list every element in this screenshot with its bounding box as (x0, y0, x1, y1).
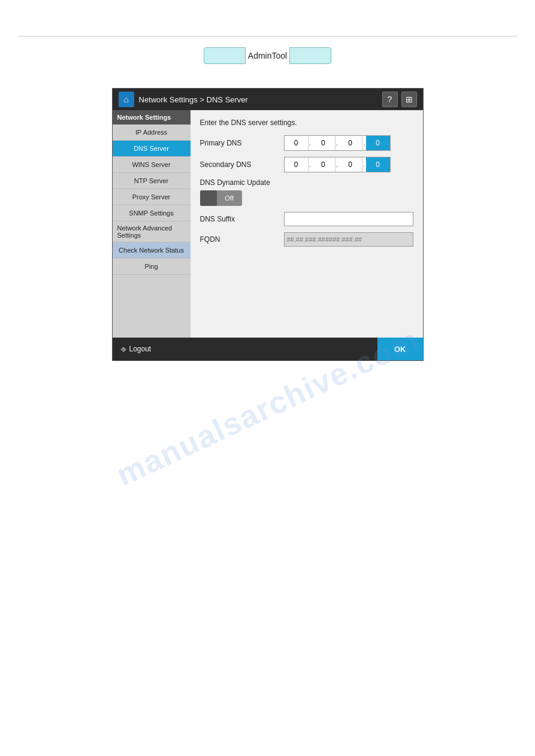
dialog-wrapper: ⌂ Network Settings > DNS Server ? ⊞ Netw… (0, 88, 535, 361)
sidebar-item-check-network-status[interactable]: Check Network Status (113, 242, 191, 259)
logout-icon: ⎆ (121, 344, 126, 354)
sidebar-item-wins-server[interactable]: WINS Server (113, 157, 191, 173)
main-content: Enter the DNS server settings. Primary D… (191, 110, 423, 338)
grid-icon: ⊞ (406, 95, 413, 104)
help-icon-btn[interactable]: ? (382, 92, 398, 107)
primary-dns-label: Primary DNS (200, 139, 284, 147)
dns-suffix-input[interactable] (284, 212, 413, 226)
sidebar-item-proxy-server[interactable]: Proxy Server (113, 189, 191, 205)
sidebar-item-ping[interactable]: Ping (113, 259, 191, 275)
admintool-bar: AdminTool (0, 47, 535, 64)
dns-suffix-row: DNS Suffix (200, 212, 413, 226)
dialog-titlebar: ⌂ Network Settings > DNS Server ? ⊞ (113, 89, 423, 110)
sidebar-item-ip-address[interactable]: IP Address (113, 125, 191, 141)
admintool-label: AdminTool (246, 47, 289, 64)
sidebar-header: Network Settings (113, 110, 191, 125)
secondary-dns-row: Secondary DNS . . . (200, 157, 413, 172)
toggle-state-text: Off (217, 195, 242, 202)
primary-dns-octet-1[interactable] (285, 136, 309, 150)
secondary-dns-octet-3[interactable] (338, 157, 362, 172)
dialog-titlebar-left: ⌂ Network Settings > DNS Server (119, 92, 248, 107)
fqdn-row: FQDN (200, 232, 413, 247)
dialog-titlebar-right: ? ⊞ (382, 92, 417, 107)
secondary-dns-input-group: . . . (284, 157, 391, 172)
breadcrumb-title: Network Settings > DNS Server (139, 95, 248, 104)
secondary-dns-label: Secondary DNS (200, 160, 284, 169)
grid-icon-btn[interactable]: ⊞ (401, 92, 417, 107)
sidebar: Network Settings IP Address DNS Server W… (113, 110, 191, 338)
dialog: ⌂ Network Settings > DNS Server ? ⊞ Netw… (112, 88, 424, 361)
admintool-btn-left[interactable] (204, 47, 246, 64)
primary-dns-input-group: . . . (284, 135, 391, 151)
primary-dns-octet-3[interactable] (338, 136, 362, 150)
sidebar-item-ntp-server[interactable]: NTP Server (113, 173, 191, 189)
ok-button[interactable]: OK (377, 338, 423, 360)
secondary-dns-octet-4[interactable] (366, 157, 390, 172)
admintool-btn-right[interactable] (289, 47, 331, 64)
logout-button[interactable]: ⎆ Logout (113, 338, 160, 360)
toggle-indicator (200, 190, 217, 206)
sidebar-item-snmp-settings[interactable]: SNMP Settings (113, 205, 191, 221)
home-icon[interactable]: ⌂ (119, 92, 134, 107)
primary-dns-row: Primary DNS . . . (200, 135, 413, 151)
dialog-body: Network Settings IP Address DNS Server W… (113, 110, 423, 338)
sidebar-item-dns-server[interactable]: DNS Server (113, 141, 191, 157)
primary-dns-octet-2[interactable] (312, 136, 335, 150)
dialog-footer: ⎆ Logout OK (113, 338, 423, 360)
fqdn-label: FQDN (200, 235, 284, 244)
top-divider (18, 36, 517, 37)
secondary-dns-octet-2[interactable] (312, 157, 335, 172)
instruction-text: Enter the DNS server settings. (200, 119, 413, 127)
primary-dns-octet-4[interactable] (366, 136, 390, 150)
dns-dynamic-update-section: DNS Dynamic Update Off (200, 178, 413, 206)
sidebar-item-network-advanced-settings[interactable]: Network Advanced Settings (113, 221, 191, 242)
fqdn-input (284, 232, 413, 247)
dns-dynamic-update-label: DNS Dynamic Update (200, 178, 413, 187)
secondary-dns-octet-1[interactable] (285, 157, 309, 172)
dns-dynamic-update-toggle[interactable]: Off (200, 190, 242, 206)
logout-label: Logout (129, 345, 152, 353)
dns-suffix-label: DNS Suffix (200, 215, 284, 223)
